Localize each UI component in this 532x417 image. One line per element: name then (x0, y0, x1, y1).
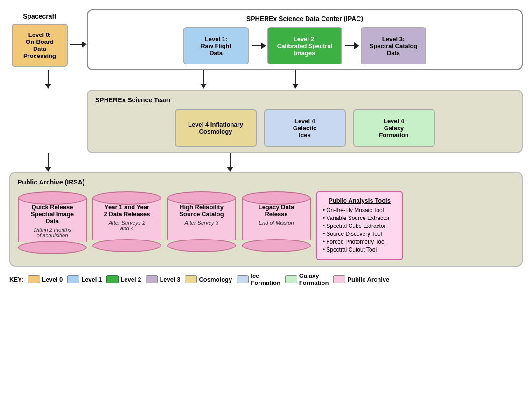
tools-title: Public Analysis Tools (323, 197, 396, 204)
line-l1-l2 (252, 45, 261, 46)
key-swatch (28, 275, 40, 283)
key-item: Ice Formation (237, 272, 280, 286)
archive-header: Public Archive (IRSA) (18, 178, 514, 186)
level0-label: Level 0: On-Board Data Processing (18, 31, 61, 59)
key-items-container: Level 0Level 1Level 2Level 3CosmologyIce… (28, 272, 389, 286)
key-item: Galaxy Formation (285, 272, 329, 286)
row2-outer: SPHEREx Science Team Level 4 Inflationar… (9, 90, 523, 153)
v-line-l2 (203, 70, 204, 84)
arrow-head (82, 41, 87, 48)
left-spacer (9, 70, 87, 89)
arrow-from-l2 (200, 70, 207, 89)
arrow-from-science (227, 153, 233, 172)
ipac-title: SPHEREx Science Data Center (IPAC) (95, 15, 514, 22)
level4-galaxy-label: Level 4 Galaxy Formation (379, 118, 409, 139)
arrow-line (70, 44, 82, 45)
arrows-row2 (9, 70, 523, 89)
tools-list-item: •Forced Photometry Tool (323, 239, 396, 245)
cyl3-bottom (167, 239, 236, 252)
cyl1-main: Quick Release Spectral Image Data (31, 204, 74, 225)
cyl2-bottom (92, 239, 161, 252)
tools-box: Public Analysis Tools •On-the-Fly Mosaic… (316, 191, 403, 260)
key-swatch-label: Level 2 (120, 276, 141, 283)
spacecraft-to-ipac-arrow (70, 32, 87, 48)
cyl1-bottom (18, 241, 87, 254)
cyl1-sub: Within 2 months of acquisition (33, 227, 71, 238)
cyl1-top (18, 191, 87, 205)
v-head-sci (227, 167, 233, 172)
cylinder-4: Legacy Data Release End of Mission (242, 191, 311, 252)
cyl4-sub: End of Mission (259, 220, 294, 226)
tools-list-item: •Spectral Cube Extractor (323, 223, 396, 229)
key-swatch (106, 275, 119, 283)
ipac-section: SPHEREx Science Data Center (IPAC) Level… (87, 9, 523, 70)
key-swatch-label: Galaxy Formation (299, 272, 329, 286)
level4-ice-box: Level 4 Galactic Ices (264, 109, 346, 147)
key-label: KEY: (9, 276, 23, 283)
level2-box: Level 2: Calibrated Spectral Images (267, 27, 342, 64)
key-section: KEY: Level 0Level 1Level 2Level 3Cosmolo… (9, 272, 523, 286)
archive-section: Public Archive (IRSA) Quick Release Spec… (9, 172, 523, 267)
spacecraft-down-arrow (45, 70, 51, 89)
row2-left-spacer (9, 90, 87, 153)
tools-list-item: •On-the-Fly Mosaic Tool (323, 207, 396, 213)
spacecraft-section: Spacecraft Level 0: On-Board Data Proces… (9, 13, 70, 67)
level4-ice-label: Level 4 Galactic Ices (293, 118, 317, 139)
key-item: Level 1 (67, 275, 102, 283)
key-swatch (237, 275, 249, 283)
key-item: Level 0 (28, 275, 63, 283)
levels-row: Level 1: Raw Flight Data Level 2: Calibr… (183, 27, 426, 64)
cyl3-main: High Reliability Source Catalog (179, 204, 224, 218)
key-swatch-label: Public Archive (347, 276, 389, 283)
horiz-arrow-1 (70, 41, 87, 48)
level4-galaxy-box: Level 4 Galaxy Formation (353, 109, 435, 147)
arrow-l1-l2 (252, 42, 265, 49)
v-line-sc (48, 70, 49, 84)
cyl4-main: Legacy Data Release (259, 204, 294, 218)
key-item: Level 2 (106, 275, 141, 283)
science-team-header: SPHEREx Science Team (95, 96, 514, 104)
cyl2-top (92, 191, 161, 205)
key-swatch (67, 275, 79, 283)
archive-row: Quick Release Spectral Image Data Within… (18, 191, 514, 260)
science-boxes-row: Level 4 Inflationary Cosmology Level 4 G… (95, 109, 514, 147)
cylinder-3: High Reliability Source Catalog After Su… (167, 191, 236, 252)
tools-list-item: •Spectral Cutout Tool (323, 247, 396, 253)
key-item: Level 3 (146, 275, 180, 283)
tools-list-item: •Source Discovery Tool (323, 231, 396, 237)
cylinder-1: Quick Release Spectral Image Data Within… (18, 191, 87, 254)
ipac-wrapper: SPHEREx Science Data Center (IPAC) Level… (87, 9, 523, 70)
key-swatch-label: Level 3 (160, 276, 180, 283)
level3-label: Level 3: Spectral Catalog Data (370, 35, 418, 57)
level1-box: Level 1: Raw Flight Data (183, 27, 249, 64)
key-swatch-label: Cosmology (199, 276, 232, 283)
v-line-l3 (295, 70, 296, 84)
key-swatch (146, 275, 158, 283)
key-swatch-label: Level 0 (42, 276, 63, 283)
cylinder-2: Year 1 and Year 2 Data Releases After Su… (92, 191, 161, 252)
science-team-section: SPHEREx Science Team Level 4 Inflationar… (87, 90, 523, 153)
head-l1-l2 (261, 42, 266, 49)
level0-box: Level 0: On-Board Data Processing (12, 24, 68, 67)
key-swatch-label: Ice Formation (251, 272, 280, 286)
arrows-row3-left (9, 153, 87, 172)
key-swatch (333, 275, 345, 283)
key-item: Public Archive (333, 275, 389, 283)
key-swatch-label: Level 1 (81, 276, 102, 283)
arrow-from-l3 (292, 70, 299, 89)
key-swatch (185, 275, 197, 283)
down-arrow-to-archive-left (45, 153, 51, 172)
v-head-arch-l (45, 167, 51, 172)
v-line-sci (230, 153, 231, 167)
ipac-arrows-area (87, 70, 523, 89)
level4-cosmo-label: Level 4 Inflationary Cosmology (188, 121, 243, 135)
page-container: Spacecraft Level 0: On-Board Data Proces… (9, 9, 523, 286)
level3-box: Level 3: Spectral Catalog Data (361, 27, 426, 64)
cyl3-sub: After Survey 3 (185, 220, 219, 226)
cyl1-body: Quick Release Spectral Image Data Within… (18, 198, 87, 242)
cyl3-top (167, 191, 236, 205)
arrow-l2-l3 (345, 42, 358, 49)
row3: Public Archive (IRSA) Quick Release Spec… (9, 172, 523, 267)
cyl4-bottom (242, 239, 311, 252)
tools-list: •On-the-Fly Mosaic Tool•Variable Source … (323, 207, 396, 253)
